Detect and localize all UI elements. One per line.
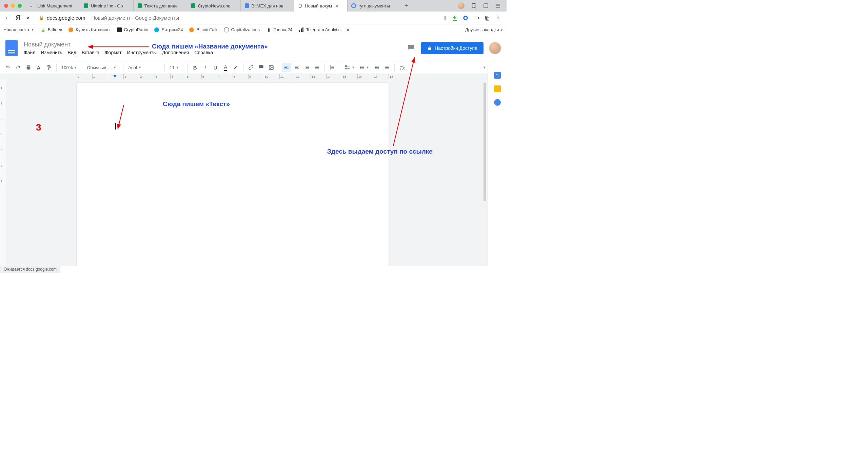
redo-button[interactable] xyxy=(14,63,23,72)
back-button[interactable]: ← xyxy=(3,13,13,23)
menu-help[interactable]: Справка xyxy=(194,50,213,55)
lock-icon[interactable]: 🔒 xyxy=(39,15,44,20)
font-selector[interactable]: Arial▼ xyxy=(126,63,162,72)
share-button[interactable]: Настройки Доступа xyxy=(421,42,484,54)
tasks-icon[interactable] xyxy=(494,99,501,106)
scrollbar[interactable] xyxy=(483,83,487,262)
menu-format[interactable]: Формат xyxy=(105,50,122,55)
orange-circle-icon xyxy=(68,27,74,33)
minimize-window-icon[interactable] xyxy=(11,4,15,8)
menu-icon[interactable] xyxy=(495,3,501,9)
bookmark-buy-bitcoin[interactable]: Купить биткоины xyxy=(68,27,110,33)
tab-new-document[interactable]: Новый докум × xyxy=(294,0,348,12)
profile-avatar[interactable] xyxy=(458,2,465,9)
align-left-button[interactable] xyxy=(282,63,291,72)
page-bookmark-icon[interactable]: ▮ xyxy=(444,15,447,21)
status-bar: Ожидается docs.google.com xyxy=(0,266,60,273)
lock-icon xyxy=(427,46,432,51)
svg-rect-2 xyxy=(138,3,142,8)
google-docs-logo-icon[interactable] xyxy=(5,40,18,56)
font-size-selector[interactable]: 11▼ xyxy=(167,63,184,72)
text-color-button[interactable]: A xyxy=(221,63,230,72)
spellcheck-button[interactable]: A xyxy=(34,63,43,72)
insert-image-button[interactable] xyxy=(267,63,276,72)
svg-rect-1 xyxy=(84,3,88,8)
close-tab-icon[interactable]: × xyxy=(335,3,338,9)
line-spacing-button[interactable] xyxy=(328,63,337,72)
scrollbar-thumb[interactable] xyxy=(484,83,486,201)
download-icon[interactable] xyxy=(452,15,458,21)
checklist-button[interactable]: ▼ xyxy=(343,63,357,72)
menu-edit[interactable]: Изменить xyxy=(41,50,62,55)
dark-square-icon xyxy=(117,27,122,33)
url-host: docs.google.com xyxy=(47,15,85,21)
menu-view[interactable]: Вид xyxy=(68,50,76,55)
bookmark-bitcointalk[interactable]: BitcoinTalk xyxy=(189,27,217,33)
paint-format-button[interactable] xyxy=(44,63,54,72)
bookmark-telegram-analytics[interactable]: Telegram Analytic xyxy=(298,27,340,33)
window-controls[interactable] xyxy=(4,4,22,8)
bookmark-capitalizations[interactable]: Capitalizations xyxy=(224,27,260,33)
insert-comment-button[interactable] xyxy=(256,63,266,72)
tab-ukreine-sheet[interactable]: Ukreine Inc - Go xyxy=(80,0,134,12)
document-page[interactable] xyxy=(77,83,389,266)
maximize-window-icon[interactable] xyxy=(18,4,22,8)
google-favicon-icon xyxy=(351,3,356,8)
italic-button[interactable]: I xyxy=(200,63,210,72)
print-button[interactable] xyxy=(24,63,33,72)
bookmark-icon[interactable] xyxy=(471,3,477,9)
editing-mode-selector[interactable]: ▼ xyxy=(481,63,488,72)
bookmark-bitrix24[interactable]: Битрикс24 xyxy=(154,27,183,33)
zoom-selector[interactable]: 100%▼ xyxy=(59,63,79,72)
stop-reload-button[interactable]: × xyxy=(23,13,33,23)
undo-button[interactable] xyxy=(3,63,13,72)
copy-icon[interactable] xyxy=(484,15,490,21)
horizontal-ruler[interactable]: 21123456789101112131415161718 xyxy=(0,74,507,79)
menu-tools[interactable]: Инструменты xyxy=(127,50,157,55)
downloads-button[interactable] xyxy=(495,15,501,21)
svg-rect-10 xyxy=(474,17,478,19)
tab-texts-sheet[interactable]: Текста для виде xyxy=(134,0,187,12)
new-tab-button[interactable]: + xyxy=(401,2,411,9)
bookmark-overflow-chevron[interactable]: » xyxy=(347,27,349,32)
playlist-icon[interactable] xyxy=(462,15,469,21)
menu-insert[interactable]: Вставка xyxy=(82,50,99,55)
svg-rect-21 xyxy=(302,27,303,32)
yandex-home-button[interactable]: Я xyxy=(13,13,23,23)
bold-button[interactable]: B xyxy=(190,63,200,72)
increase-indent-button[interactable] xyxy=(382,63,392,72)
tab-google-search[interactable]: гугл документы xyxy=(348,0,401,12)
calendar-icon[interactable]: 31 xyxy=(494,72,501,79)
user-avatar[interactable] xyxy=(489,42,501,54)
insert-link-button[interactable] xyxy=(246,63,256,72)
extensions-icon[interactable] xyxy=(483,3,489,9)
decrease-indent-button[interactable] xyxy=(372,63,381,72)
comments-button[interactable] xyxy=(405,42,417,54)
tab-cryptonews-sheet[interactable]: CryptoNews.one xyxy=(187,0,241,12)
other-bookmarks[interactable]: Другие закладки ▼ xyxy=(465,27,503,32)
tab-link-management[interactable]: to Link Management xyxy=(26,0,80,12)
align-right-button[interactable] xyxy=(302,63,312,72)
bitcoin-icon xyxy=(189,27,194,33)
tab-bitmex-doc[interactable]: BitMEX для нов xyxy=(241,0,294,12)
bullet-list-button[interactable]: ▼ xyxy=(357,63,371,72)
battery-icon[interactable] xyxy=(473,15,479,21)
underline-button[interactable]: U xyxy=(211,63,220,72)
bookmark-bitfinex[interactable]: 🍃Bitfinex xyxy=(40,27,62,33)
vertical-ruler[interactable]: 1234567 xyxy=(0,79,6,266)
url-field[interactable]: 🔒 docs.google.com Новый документ - Googl… xyxy=(36,13,442,23)
keep-icon[interactable] xyxy=(494,85,501,92)
bookmark-folder[interactable]: Новая папка ▼ xyxy=(3,27,34,32)
align-justify-button[interactable] xyxy=(312,63,322,72)
clear-formatting-button[interactable]: Tx xyxy=(397,63,407,72)
close-window-icon[interactable] xyxy=(4,4,8,8)
menu-file[interactable]: Файл xyxy=(24,50,35,55)
style-selector[interactable]: Обычный …▼ xyxy=(85,63,120,72)
bookmark-cryptopanic[interactable]: CryptoPanic xyxy=(117,27,148,33)
menu-addons[interactable]: Дополнения xyxy=(162,50,189,55)
svg-point-14 xyxy=(68,27,73,32)
highlight-color-button[interactable] xyxy=(231,63,240,72)
document-title-input[interactable]: Новый документ xyxy=(24,41,213,48)
align-center-button[interactable] xyxy=(292,63,301,72)
bookmark-golosa24[interactable]: ▮Голоса24 xyxy=(266,27,292,33)
